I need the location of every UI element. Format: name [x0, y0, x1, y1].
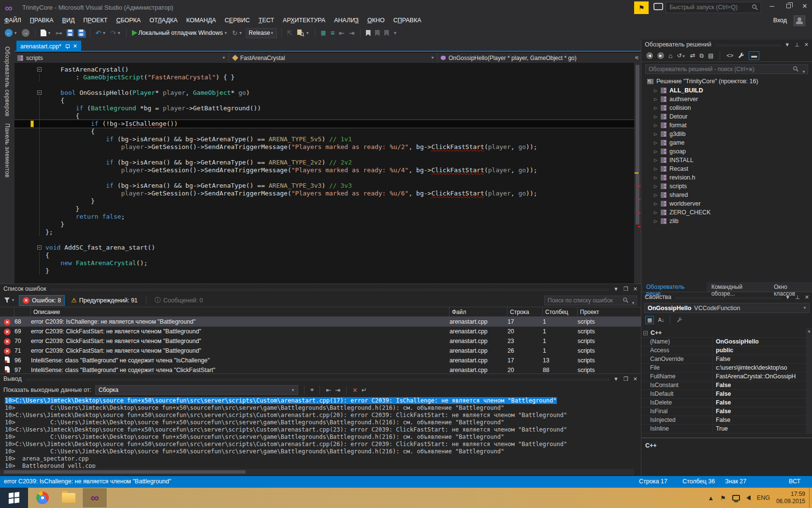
output-source-combo[interactable]: Сборка ▼ [95, 385, 298, 395]
output-line[interactable]: 10>C:\Users\Jimteck\Desktop\source fun+x… [0, 441, 641, 448]
maximize-panel-icon[interactable]: ❒ [624, 286, 628, 292]
fold-box-icon[interactable]: − [37, 67, 42, 72]
restore-button[interactable] [780, 0, 797, 13]
property-row-canoverride[interactable]: CanOverrideFalse [641, 355, 806, 363]
back-icon[interactable]: ◄ [646, 52, 653, 59]
tray-expand-icon[interactable]: ▲ [708, 494, 714, 502]
code-line[interactable]: player->GetSession()->SendAreaTriggerMes… [14, 190, 634, 197]
sign-in-link[interactable]: Вход [773, 17, 787, 24]
code-editor[interactable]: − FastArenaCrystal() : GameObjectScript(… [14, 63, 634, 284]
property-row-file[interactable]: Filec:\users\jimteck\desktop\so [641, 363, 806, 372]
view-code-icon[interactable]: <> [726, 52, 733, 59]
expand-arrow-icon[interactable]: ▷ [654, 175, 658, 180]
editor-vertical-scrollbar[interactable] [634, 63, 641, 284]
volume-icon[interactable] [746, 495, 751, 500]
pin-icon[interactable] [65, 45, 69, 48]
find-message-icon[interactable]: ⌖ [310, 386, 314, 394]
user-avatar-icon[interactable] [794, 15, 805, 26]
save-button[interactable] [66, 28, 74, 38]
clear-all-icon[interactable]: ✕ [352, 387, 358, 394]
output-line[interactable]: 10>C:\Users\Jimteck\Desktop\source fun+x… [0, 397, 641, 404]
expand-arrow-icon[interactable]: ▷ [654, 219, 658, 224]
code-line[interactable]: { [14, 97, 634, 105]
code-line[interactable]: { [14, 112, 634, 120]
feedback-flag-button[interactable]: ⚑ [634, 1, 649, 14]
prev-bookmark-button[interactable] [374, 28, 381, 38]
expand-arrow-icon[interactable]: ▷ [654, 193, 658, 197]
output-line[interactable]: 10> C:\Users\Jimteck\Desktop\source fun+… [0, 433, 641, 441]
configuration-combo[interactable]: Release ▼ [246, 28, 277, 38]
toolbox-vtab[interactable]: Панель элементов [4, 123, 11, 178]
word-wrap-icon[interactable]: ↵ [362, 387, 367, 394]
solution-tree-item-recast[interactable]: ▷Recast [641, 164, 812, 173]
expand-arrow-icon[interactable]: ▷ [654, 88, 658, 93]
code-line[interactable]: } [14, 267, 634, 275]
close-panel-icon[interactable]: ✕ [804, 42, 809, 48]
expand-arrow-icon[interactable]: ▷ [654, 210, 658, 215]
start-button[interactable] [0, 488, 28, 508]
redo-button[interactable]: ↷▼ [110, 28, 122, 38]
solution-tree-item-g3dlib[interactable]: ▷g3dlib [641, 130, 812, 138]
scrollbar-thumb[interactable] [636, 65, 639, 224]
show-desktop-strip[interactable] [809, 488, 812, 508]
expand-arrow-icon[interactable]: ▷ [654, 149, 658, 154]
solution-tree-item-game[interactable]: ▷game [641, 138, 812, 147]
expand-arrow-icon[interactable]: ▷ [654, 140, 658, 145]
server-explorer-vtab[interactable]: Обозреватель серверов [4, 46, 11, 117]
property-row-name[interactable]: (Name)OnGossipHello [641, 337, 806, 346]
fold-box-icon[interactable]: − [37, 245, 42, 250]
code-line[interactable]: if (bg->isArena() && bg->GetArenaType() … [14, 135, 634, 143]
nav-project-dropdown[interactable]: scripts ▼ [14, 53, 229, 63]
properties-scrollbar[interactable]: ▲ [806, 329, 812, 434]
solution-tree-item-revision.h[interactable]: ▷revision.h [641, 173, 812, 182]
tab-class-view[interactable]: Окно классов [770, 282, 812, 292]
tab-close-icon[interactable]: ✕ [73, 43, 77, 49]
category-row[interactable]: − C++ [641, 329, 806, 337]
solution-tree-item-worldserver[interactable]: ▷worldserver [641, 199, 812, 208]
column-file[interactable]: Файл [450, 307, 508, 316]
home-icon[interactable]: ⌂ [668, 52, 672, 60]
code-line[interactable]: − bool OnGossipHello(Player* player, Gam… [14, 89, 634, 97]
property-row-isinline[interactable]: IsInlineTrue [641, 424, 806, 433]
taskbar-explorer-button[interactable] [56, 488, 81, 508]
properties-pages-icon[interactable]: ▬ [749, 51, 759, 60]
warnings-filter-button[interactable]: ⚠ Предупреждений: 91 [68, 295, 141, 306]
column-project[interactable]: Проект [578, 307, 641, 316]
code-line[interactable]: new FastArenaCrystal(); [14, 259, 634, 267]
close-panel-icon[interactable]: ✕ [633, 286, 638, 292]
sync-icon[interactable]: ⇄ [690, 52, 695, 59]
code-line[interactable]: if (!bg->IsChallenge()) [14, 120, 634, 128]
code-line[interactable]: if (Battleground *bg = player->GetBattle… [14, 105, 634, 112]
property-row-access[interactable]: Accesspublic [641, 346, 806, 355]
error-row[interactable]: ✕70error C2039: ClickFastStart: не являе… [0, 336, 641, 346]
output-horizontal-scrollbar[interactable] [0, 469, 634, 475]
categorized-icon[interactable]: ▦ [645, 316, 654, 324]
output-line[interactable]: 10>C:\Users\Jimteck\Desktop\source fun+x… [0, 426, 641, 433]
expand-arrow-icon[interactable]: ▷ [654, 184, 658, 189]
menu-item-окно[interactable]: ОКНО [363, 15, 389, 25]
window-position-icon[interactable]: ▼ [785, 294, 790, 300]
tab-team-explorer[interactable]: Командный обозре... [708, 282, 769, 292]
menu-item-анализ[interactable]: АНАЛИЗ [330, 15, 363, 25]
fold-box-icon[interactable]: − [37, 90, 42, 95]
code-line[interactable] [14, 81, 634, 89]
solution-tree-item-authserver[interactable]: ▷authserver [641, 95, 812, 104]
show-all-files-icon[interactable]: ▤ [708, 52, 713, 59]
solution-root-node[interactable]: Решение "TrinityCore" (проектов: 16) [641, 76, 812, 86]
properties-object-combo[interactable]: OnGossipHello VCCodeFunction ▼ [644, 303, 810, 313]
solution-tree-item-collision[interactable]: ▷collision [641, 104, 812, 112]
property-row-fullname[interactable]: FullNameFastArenaCrystal::OnGossipH [641, 372, 806, 381]
indent-increase-button[interactable]: ⇥ [348, 28, 356, 38]
indent-decrease-button[interactable]: ⇤ [338, 28, 346, 38]
next-message-icon[interactable]: ⇥ [335, 387, 340, 394]
error-row[interactable]: ✕69error C2039: ClickFastStart: не являе… [0, 327, 641, 336]
scrollbar-thumb[interactable] [4, 470, 246, 474]
refresh-button[interactable]: ↻▼ [231, 28, 244, 38]
menu-item-справка[interactable]: СПРАВКА [389, 15, 426, 25]
output-lines[interactable]: 10>C:\Users\Jimteck\Desktop\source fun+x… [0, 397, 641, 468]
solution-explorer-search-input[interactable]: Обозреватель решений - поиск (Ctrl+ж) ▼ [645, 64, 808, 74]
window-position-icon[interactable]: ▼ [784, 42, 790, 47]
close-panel-icon[interactable]: ✕ [805, 294, 809, 300]
maximize-panel-icon[interactable]: ❒ [624, 376, 628, 382]
errors-filter-button[interactable]: ✕ Ошибок: 8 [19, 295, 65, 306]
